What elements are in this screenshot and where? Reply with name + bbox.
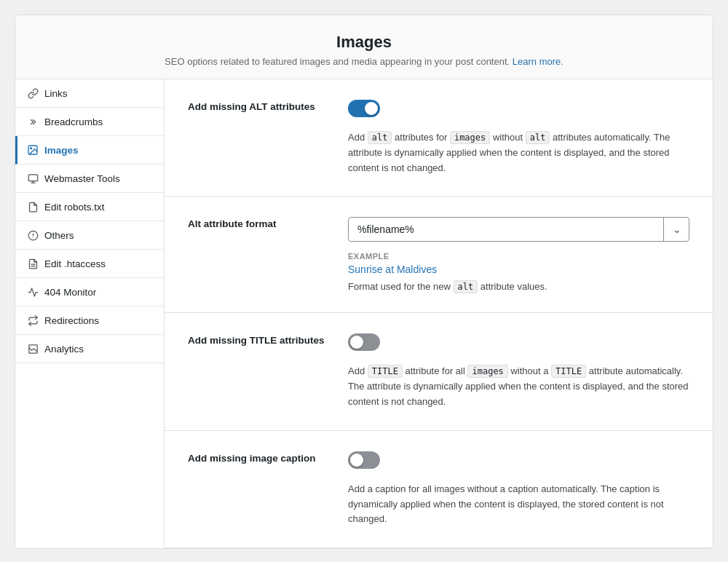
- sidebar-label-404: 404 Monitor: [44, 287, 96, 298]
- sidebar-item-webmaster[interactable]: Webmaster Tools: [15, 165, 164, 193]
- learn-more-link[interactable]: Learn more: [513, 56, 561, 67]
- sidebar-item-links[interactable]: Links: [15, 79, 164, 108]
- main-content: Add missing ALT attributes Add alt attri…: [165, 79, 713, 548]
- title-attributes-description: Add TITLE attribute for all images witho…: [348, 364, 689, 409]
- caption-content: Add a caption for all images without a c…: [348, 451, 689, 527]
- sidebar: Links Breadcrumbs: [15, 79, 165, 548]
- main-container: Images SEO options related to featured i…: [15, 15, 713, 549]
- section-alt-format: Alt attribute format %filename% %title% …: [165, 197, 713, 313]
- toggle-track-caption: [348, 451, 380, 469]
- page-header: Images SEO options related to featured i…: [15, 15, 713, 79]
- title-attributes-label: Add missing TITLE attributes: [188, 333, 348, 409]
- sidebar-item-redirections[interactable]: Redirections: [15, 306, 164, 335]
- sidebar-item-analytics[interactable]: Analytics: [15, 335, 164, 363]
- alt-attributes-description: Add alt attributes for images without al…: [348, 130, 689, 175]
- body-area: Links Breadcrumbs: [15, 79, 713, 548]
- page-subtitle: SEO options related to featured images a…: [30, 56, 698, 67]
- example-label: EXAMPLE: [348, 252, 689, 261]
- sidebar-label-robots: Edit robots.txt: [44, 202, 105, 213]
- toggle-thumb-title: [350, 336, 363, 349]
- link-icon: [27, 87, 39, 99]
- sidebar-item-htaccess[interactable]: Edit .htaccess: [15, 250, 164, 278]
- code-title-1: TITLE: [368, 365, 403, 378]
- caption-description: Add a caption for all images without a c…: [348, 482, 689, 527]
- alt-format-content: %filename% %title% %alt% %caption% ⌄ EXA…: [348, 217, 689, 292]
- sidebar-item-robots[interactable]: Edit robots.txt: [15, 193, 164, 221]
- code-alt-format: alt: [454, 280, 478, 293]
- sidebar-label-others: Others: [44, 230, 74, 241]
- alt-attributes-content: Add alt attributes for images without al…: [348, 100, 689, 175]
- section-caption: Add missing image caption Add a caption …: [165, 431, 713, 548]
- sidebar-label-links: Links: [44, 88, 68, 99]
- sidebar-label-webmaster: Webmaster Tools: [44, 173, 120, 184]
- alt-attributes-label: Add missing ALT attributes: [188, 100, 348, 175]
- sidebar-item-images[interactable]: Images: [15, 136, 164, 165]
- title-attributes-toggle[interactable]: [348, 333, 380, 351]
- toggle-track-title: [348, 333, 380, 351]
- svg-rect-2: [28, 174, 38, 181]
- toggle-track-alt: [348, 100, 380, 117]
- caption-label: Add missing image caption: [188, 451, 348, 527]
- htaccess-icon: [27, 258, 39, 269]
- robots-icon: [27, 201, 39, 213]
- toggle-thumb-caption: [350, 454, 363, 467]
- sidebar-item-breadcrumbs[interactable]: Breadcrumbs: [15, 108, 164, 136]
- sidebar-label-redirections: Redirections: [44, 315, 99, 326]
- alt-attributes-toggle[interactable]: [348, 100, 380, 117]
- sidebar-item-404[interactable]: 404 Monitor: [15, 278, 164, 306]
- title-attributes-content: Add TITLE attribute for all images witho…: [348, 333, 689, 409]
- sidebar-label-analytics: Analytics: [44, 344, 84, 355]
- sidebar-item-others[interactable]: Others: [15, 221, 164, 250]
- page-title: Images: [30, 33, 698, 52]
- sidebar-label-breadcrumbs: Breadcrumbs: [44, 116, 103, 127]
- images-icon: [27, 144, 39, 156]
- section-title-attributes: Add missing TITLE attributes Add TITLE a…: [165, 313, 713, 430]
- breadcrumb-icon: [27, 116, 39, 127]
- redirections-icon: [27, 314, 39, 326]
- others-icon: [27, 229, 39, 241]
- format-description: Format used for the new alt attribute va…: [348, 281, 689, 292]
- svg-point-1: [31, 148, 32, 149]
- code-title-2: TITLE: [551, 365, 586, 378]
- alt-format-label: Alt attribute format: [188, 217, 348, 292]
- sidebar-label-htaccess: Edit .htaccess: [44, 258, 106, 269]
- code-alt-1: alt: [368, 131, 392, 144]
- code-images-1: images: [450, 131, 490, 144]
- webmaster-icon: [27, 173, 39, 184]
- code-alt-2: alt: [526, 131, 550, 144]
- sidebar-label-images: Images: [44, 145, 79, 156]
- alt-format-dropdown-wrapper: %filename% %title% %alt% %caption% ⌄: [348, 217, 689, 242]
- caption-toggle[interactable]: [348, 451, 380, 469]
- code-images-2: images: [467, 365, 507, 378]
- toggle-thumb-alt: [365, 102, 378, 115]
- example-link[interactable]: Sunrise at Maldives: [348, 264, 689, 275]
- section-alt-attributes: Add missing ALT attributes Add alt attri…: [165, 79, 713, 197]
- analytics-icon: [27, 343, 39, 355]
- monitor-icon: [27, 286, 39, 298]
- alt-format-select[interactable]: %filename% %title% %alt% %caption%: [348, 217, 689, 242]
